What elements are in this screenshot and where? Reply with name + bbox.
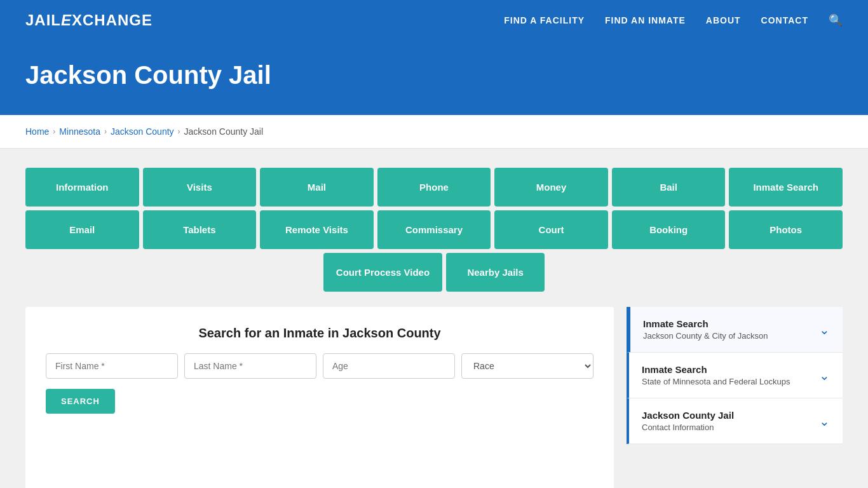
sidebar-item-label-1: Inmate Search [643,318,768,329]
breadcrumb-jackson-county[interactable]: Jackson County [111,126,174,137]
hero-section: Jackson County Jail [0,41,868,115]
race-select[interactable]: Race White Black Hispanic Asian Native A… [461,353,593,379]
page-title: Jackson County Jail [25,61,843,90]
first-name-input[interactable] [46,353,178,379]
btn-phone[interactable]: Phone [377,168,491,207]
grid-row-3: Court Process Video Nearby Jails [25,253,843,292]
grid-row-2: Email Tablets Remote Visits Commissary C… [25,210,843,249]
chevron-down-icon-1: ⌄ [819,322,830,337]
left-column: Search for an Inmate in Jackson County R… [25,307,614,488]
search-inputs: Race White Black Hispanic Asian Native A… [46,353,593,379]
sidebar-item-label-3: Jackson County Jail [642,410,734,421]
breadcrumb-current: Jackson County Jail [184,126,264,137]
btn-visits[interactable]: Visits [143,168,257,207]
chevron-down-icon-3: ⌄ [819,414,830,429]
logo-jail-text: JAIL [25,11,61,29]
btn-inmate-search[interactable]: Inmate Search [729,168,843,207]
bottom-section: Search for an Inmate in Jackson County R… [25,307,843,488]
btn-email[interactable]: Email [25,210,139,249]
breadcrumb-sep-3: › [178,127,180,136]
btn-tablets[interactable]: Tablets [143,210,257,249]
breadcrumb-sep-1: › [53,127,55,136]
nav-find-facility[interactable]: FIND A FACILITY [504,15,585,25]
search-icon[interactable]: 🔍 [829,13,843,27]
sidebar-inmate-search-minnesota[interactable]: Inmate Search State of Minnesota and Fed… [627,353,843,398]
btn-photos[interactable]: Photos [729,210,843,249]
btn-money[interactable]: Money [494,168,608,207]
nav-contact[interactable]: CONTACT [761,15,808,25]
btn-booking[interactable]: Booking [612,210,726,249]
sidebar-inmate-search-jackson[interactable]: Inmate Search Jackson County & City of J… [627,307,843,353]
navbar-links: FIND A FACILITY FIND AN INMATE ABOUT CON… [504,13,843,27]
sidebar-item-text-3: Jackson County Jail Contact Information [642,410,734,432]
breadcrumb-bar: Home › Minnesota › Jackson County › Jack… [0,115,868,149]
sidebar-item-text-1: Inmate Search Jackson County & City of J… [643,318,768,341]
sidebar-item-sub-3: Contact Information [642,423,734,432]
nav-find-inmate[interactable]: FIND AN INMATE [605,15,686,25]
sidebar-item-sub-1: Jackson County & City of Jackson [643,331,768,341]
age-input[interactable] [323,353,455,379]
breadcrumb-minnesota[interactable]: Minnesota [59,126,100,137]
chevron-down-icon-2: ⌄ [819,368,830,383]
last-name-input[interactable] [184,353,316,379]
breadcrumb-home[interactable]: Home [25,126,49,137]
btn-remote-visits[interactable]: Remote Visits [260,210,374,249]
btn-nearby-jails[interactable]: Nearby Jails [446,253,545,292]
sidebar: Inmate Search Jackson County & City of J… [627,307,843,444]
search-card-title: Search for an Inmate in Jackson County [46,326,593,341]
breadcrumb: Home › Minnesota › Jackson County › Jack… [25,126,843,137]
logo-xchange-text: XCHANGE [72,11,153,29]
breadcrumb-sep-2: › [104,127,107,136]
btn-information[interactable]: Information [25,168,139,207]
btn-court[interactable]: Court [494,210,608,249]
nav-about[interactable]: ABOUT [706,15,741,25]
btn-bail[interactable]: Bail [612,168,726,207]
btn-mail[interactable]: Mail [260,168,374,207]
navbar: JAILEXCHANGE FIND A FACILITY FIND AN INM… [0,0,868,41]
sidebar-item-sub-2: State of Minnesota and Federal Lockups [642,377,790,386]
site-logo[interactable]: JAILEXCHANGE [25,11,153,29]
logo-ex-text: E [61,11,72,29]
sidebar-contact-information[interactable]: Jackson County Jail Contact Information … [627,398,843,444]
btn-court-process-video[interactable]: Court Process Video [323,253,442,292]
grid-row-1: Information Visits Mail Phone Money Bail… [25,168,843,207]
sidebar-item-label-2: Inmate Search [642,364,790,375]
main-area: Information Visits Mail Phone Money Bail… [0,149,868,488]
search-card: Search for an Inmate in Jackson County R… [25,307,614,488]
sidebar-item-text-2: Inmate Search State of Minnesota and Fed… [642,364,790,386]
search-button[interactable]: SEARCH [46,389,115,414]
btn-commissary[interactable]: Commissary [377,210,491,249]
